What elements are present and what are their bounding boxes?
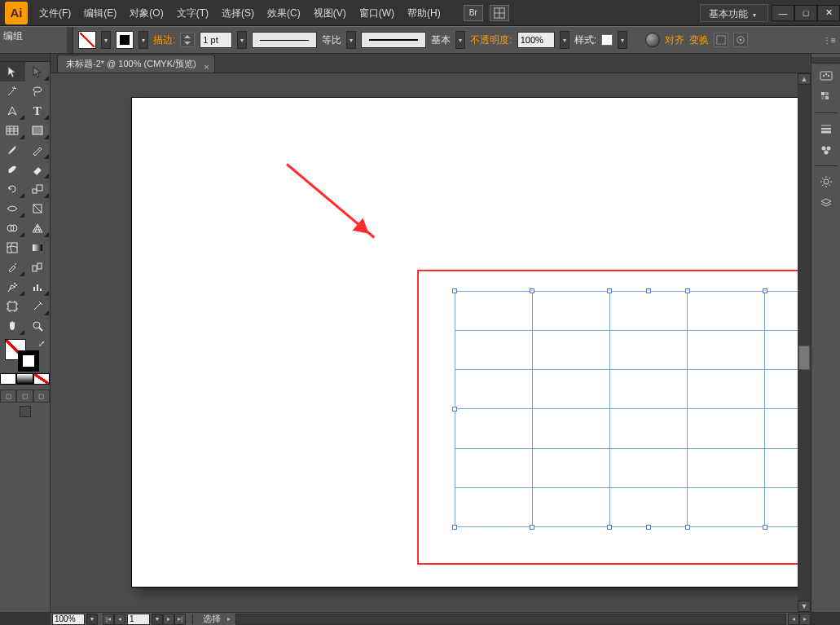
draw-inside[interactable]: ◻ xyxy=(33,390,50,403)
draw-behind[interactable]: ◻ xyxy=(16,390,33,403)
menu-file[interactable]: 文件(F) xyxy=(33,0,77,26)
stroke-weight-dropdown[interactable]: ▾ xyxy=(237,31,247,49)
selection-handle[interactable] xyxy=(452,525,457,530)
hand-tool[interactable] xyxy=(0,316,25,336)
align-link[interactable]: 对齐 xyxy=(665,33,684,47)
stroke-label[interactable]: 描边: xyxy=(153,33,175,47)
screen-mode-button[interactable] xyxy=(20,406,31,417)
selection-handle[interactable] xyxy=(452,407,457,412)
fill-stroke-indicator[interactable]: ⤢ xyxy=(0,336,50,373)
selection-handle[interactable] xyxy=(646,525,651,530)
control-bar-overflow[interactable]: ⋮≡ xyxy=(824,32,835,48)
column-graph-tool[interactable] xyxy=(25,277,51,297)
selection-handle[interactable] xyxy=(763,525,767,530)
arrange-documents-button[interactable] xyxy=(490,5,509,21)
window-maximize[interactable]: □ xyxy=(794,5,817,21)
menu-type[interactable]: 文字(T) xyxy=(170,0,215,26)
selection-handle[interactable] xyxy=(607,288,612,293)
document-tab[interactable]: 未标题-2* @ 100% (CMYK/预览) × xyxy=(57,55,215,73)
brush-definition[interactable] xyxy=(361,32,426,48)
colormode-gradient[interactable] xyxy=(16,373,33,385)
blob-brush-tool[interactable] xyxy=(0,160,25,179)
type-tool[interactable]: T xyxy=(25,101,51,121)
artboard-index-dropdown[interactable]: ▾ xyxy=(152,614,163,625)
draw-normal[interactable]: ◻ xyxy=(0,390,16,403)
menu-effect[interactable]: 效果(C) xyxy=(261,0,307,26)
isolate-group-button[interactable] xyxy=(714,33,728,47)
stroke-swatch[interactable] xyxy=(116,31,134,49)
workspace-switcher[interactable]: 基本功能 xyxy=(700,4,768,22)
graphic-style-swatch[interactable] xyxy=(601,34,613,46)
selection-handle[interactable] xyxy=(452,288,457,293)
free-transform-tool[interactable] xyxy=(25,199,51,218)
panel-stroke-btn[interactable] xyxy=(816,120,837,138)
edit-contents-button[interactable] xyxy=(733,33,748,47)
scroll-thumb[interactable] xyxy=(798,346,810,370)
eyedropper-tool[interactable] xyxy=(0,257,25,277)
swap-fill-stroke-icon[interactable]: ⤢ xyxy=(38,339,45,348)
status-flyout[interactable]: ▸ xyxy=(224,614,234,625)
scale-tool[interactable] xyxy=(25,179,51,199)
selection-handle[interactable] xyxy=(646,288,651,293)
magic-wand-tool[interactable] xyxy=(0,81,25,101)
selection-handle[interactable] xyxy=(530,525,534,530)
lasso-tool[interactable] xyxy=(25,81,51,101)
stroke-weight-input[interactable] xyxy=(200,32,232,48)
transform-link[interactable]: 变换 xyxy=(689,33,709,47)
line-segment-tool[interactable] xyxy=(0,121,25,140)
colormode-color[interactable] xyxy=(0,373,16,385)
scroll-track[interactable] xyxy=(798,85,811,601)
artboard-prev[interactable]: ◂ xyxy=(114,614,125,625)
pencil-tool[interactable] xyxy=(25,140,51,160)
window-minimize[interactable]: — xyxy=(772,5,794,21)
zoom-dropdown[interactable]: ▾ xyxy=(86,614,98,625)
stroke-weight-stepper[interactable] xyxy=(180,33,195,47)
paintbrush-tool[interactable] xyxy=(0,140,25,160)
vertical-scrollbar[interactable]: ▲ ▼ xyxy=(798,73,811,612)
variable-width-profile[interactable] xyxy=(252,32,317,48)
artboard-tool[interactable] xyxy=(0,297,25,316)
artboard-first[interactable]: |◂ xyxy=(103,614,114,625)
selection-handle[interactable] xyxy=(607,525,612,530)
fill-swatch[interactable] xyxy=(78,31,96,49)
panel-brushes-btn[interactable] xyxy=(816,173,837,191)
menu-help[interactable]: 帮助(H) xyxy=(401,0,447,26)
artboard-index-input[interactable] xyxy=(127,614,150,625)
artboard-last[interactable]: ▸| xyxy=(174,614,186,625)
brush-definition-dropdown[interactable]: ▾ xyxy=(455,31,465,49)
opacity-input[interactable] xyxy=(517,32,555,48)
tools-panel-grip[interactable] xyxy=(0,54,50,62)
zoom-input[interactable] xyxy=(52,614,85,625)
fill-swatch-dropdown[interactable]: ▾ xyxy=(101,31,111,49)
horizontal-scrollbar[interactable] xyxy=(235,614,786,625)
bridge-button[interactable]: Br xyxy=(464,5,483,21)
eraser-tool[interactable] xyxy=(25,160,51,179)
width-tool[interactable] xyxy=(0,199,25,218)
dock-grip[interactable] xyxy=(811,57,840,64)
window-close[interactable]: ✕ xyxy=(817,5,840,21)
panel-color-btn[interactable] xyxy=(816,67,837,85)
panel-layers-btn[interactable] xyxy=(816,194,837,212)
menu-edit[interactable]: 编辑(E) xyxy=(77,0,123,26)
stroke-swatch-dropdown[interactable]: ▾ xyxy=(139,31,148,49)
scroll-down-button[interactable]: ▼ xyxy=(798,601,811,612)
zoom-tool[interactable] xyxy=(25,316,51,336)
symbol-sprayer-tool[interactable] xyxy=(0,277,25,297)
canvas-viewport[interactable]: ▲ ▼ xyxy=(51,73,811,612)
selection-handle[interactable] xyxy=(763,288,767,293)
menu-object[interactable]: 对象(O) xyxy=(123,0,169,26)
menu-view[interactable]: 视图(V) xyxy=(307,0,353,26)
menu-window[interactable]: 窗口(W) xyxy=(353,0,401,26)
slice-tool[interactable] xyxy=(25,297,51,316)
rotate-tool[interactable] xyxy=(0,179,25,199)
pen-tool[interactable] xyxy=(0,101,25,121)
scroll-up-button[interactable]: ▲ xyxy=(798,73,811,85)
hscroll-right[interactable]: ▸ xyxy=(799,614,811,625)
hscroll-left[interactable]: ◂ xyxy=(788,614,799,625)
panel-swatches-btn[interactable] xyxy=(816,88,837,106)
selection-handle[interactable] xyxy=(685,288,690,293)
recolor-artwork-button[interactable] xyxy=(645,33,660,47)
panel-symbols-btn[interactable] xyxy=(816,141,837,159)
colormode-none[interactable] xyxy=(33,373,50,385)
opacity-dropdown[interactable]: ▾ xyxy=(560,31,570,49)
